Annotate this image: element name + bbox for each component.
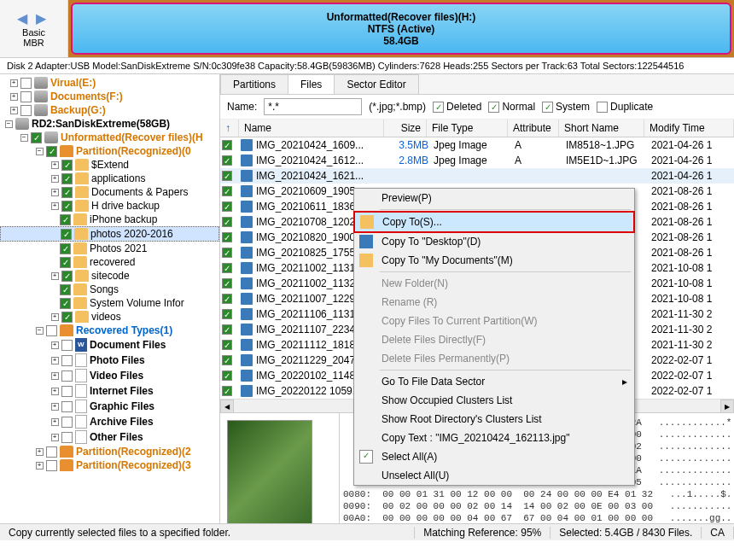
tree-recovered-types[interactable]: Recovered Types(1)	[76, 324, 172, 336]
file-icon	[241, 201, 253, 213]
cm-copy-desktop[interactable]: Copy To "Desktop"(D)	[354, 232, 634, 251]
tree-svi[interactable]: System Volume Infor	[90, 297, 184, 309]
col-attr[interactable]: Attribute	[508, 120, 559, 137]
filter-duplicate[interactable]: Duplicate	[597, 101, 653, 113]
file-header: ↑ Name Size File Type Attribute Short Na…	[220, 120, 734, 137]
col-up-icon[interactable]: ↑	[220, 120, 239, 137]
cm-copy-to[interactable]: Copy To(S)...	[353, 211, 635, 233]
context-menu: Preview(P) Copy To(S)... Copy To "Deskto…	[353, 188, 635, 486]
tree-rt-other[interactable]: Other Files	[90, 431, 143, 443]
file-icon	[241, 277, 253, 289]
col-short[interactable]: Short Name	[559, 120, 644, 137]
cm-rename: Rename (R)	[354, 293, 634, 312]
tree-virtual[interactable]: Virual(E:)	[50, 77, 96, 89]
file-icon	[241, 170, 253, 182]
file-icon	[241, 293, 253, 305]
tree-backup[interactable]: Backup(G:)	[50, 104, 106, 116]
filter-deleted[interactable]: ✓Deleted	[433, 101, 481, 113]
cm-unselect-all[interactable]: Unselect All(U)	[354, 466, 634, 485]
thumbnail-area	[220, 413, 340, 523]
file-icon	[241, 185, 253, 197]
scroll-left-icon[interactable]: ◀	[220, 400, 234, 413]
disk-title: Unformatted(Recover files)(H:)	[327, 11, 476, 23]
file-icon	[241, 354, 253, 366]
status-match: Matching Reference: 95%	[415, 527, 550, 539]
submenu-arrow-icon: ▸	[622, 376, 627, 388]
col-mod[interactable]: Modify Time	[644, 120, 734, 137]
delete-icon	[359, 333, 373, 347]
tree-panel[interactable]: +Virual(E:) +Documents(F:) +Backup(G:) −…	[0, 74, 220, 523]
status-caps: CA	[702, 527, 734, 539]
col-name[interactable]: Name	[239, 120, 384, 137]
tree-iphone[interactable]: iPhone backup	[90, 213, 157, 225]
filter-name-label: Name:	[227, 101, 257, 113]
tree-rd2[interactable]: RD2:SanDiskExtreme(58GB)	[32, 118, 170, 130]
nav-basic-mbr[interactable]: ◀ ▶ BasicMBR	[0, 0, 68, 57]
status-bar: Copy currently selected files to a speci…	[0, 523, 734, 540]
cm-preview[interactable]: Preview(P)	[354, 189, 634, 207]
checkbox-icon: ✓	[359, 450, 373, 464]
file-icon	[241, 385, 253, 397]
tree-h-drive[interactable]: H drive backup	[91, 200, 160, 212]
thumbnail-image	[227, 420, 312, 523]
folder-icon	[359, 254, 373, 267]
cm-del-direct: Delete Files Directly(F)	[354, 330, 634, 349]
filter-normal[interactable]: ✓Normal	[488, 101, 535, 113]
file-icon	[241, 231, 253, 243]
cm-copy-text[interactable]: Copy Text : "IMG_20210424_162113.jpg"	[354, 429, 634, 447]
cm-copy-cur: Copy Files To Current Partition(W)	[354, 312, 634, 330]
tree-rt-internet[interactable]: Internet Files	[90, 385, 154, 397]
scroll-right-icon[interactable]: ▶	[720, 400, 734, 413]
tree-sitecode[interactable]: sitecode	[91, 270, 130, 282]
file-icon	[241, 324, 253, 335]
col-size[interactable]: Size	[384, 120, 427, 137]
tree-rt-doc[interactable]: Document Files	[90, 339, 166, 351]
tree-docs-papers[interactable]: Documents & Papers	[91, 186, 188, 198]
tab-partitions[interactable]: Partitions	[220, 74, 288, 94]
back-icon[interactable]: ◀	[17, 10, 32, 24]
file-row[interactable]: ✓ IMG_20210424_1609... 3.5MB Jpeg Image …	[220, 137, 734, 153]
file-icon	[241, 339, 253, 351]
cm-new-folder: New Folder(N)	[354, 274, 634, 293]
tree-rt-video[interactable]: Video Files	[90, 370, 143, 382]
disk-fs: NTFS (Active)	[368, 23, 435, 35]
tree-recovered[interactable]: recovered	[90, 256, 135, 268]
file-icon	[241, 155, 253, 166]
cm-del-perm: Delete Files Permanently(P)	[354, 349, 634, 368]
tabs: Partitions Files Sector Editor	[220, 74, 734, 95]
tree-videos[interactable]: videos	[91, 311, 121, 323]
col-type[interactable]: File Type	[427, 120, 508, 137]
file-row[interactable]: ✓ IMG_20210424_1621... 2021-04-26 1	[220, 168, 734, 184]
tree-partition-rec2[interactable]: Partition(Recognized)(2	[76, 446, 191, 458]
tab-files[interactable]: Files	[288, 74, 335, 94]
filter-system[interactable]: ✓System	[542, 101, 590, 113]
tree-rt-graphic[interactable]: Graphic Files	[90, 400, 154, 412]
tree-extend[interactable]: $Extend	[91, 159, 129, 171]
file-icon	[241, 262, 253, 274]
tree-photos-2021[interactable]: Photos 2021	[90, 242, 147, 254]
tree-applications[interactable]: applications	[91, 172, 145, 184]
nav-label: BasicMBR	[22, 27, 45, 48]
cm-show-occupied[interactable]: Show Occupied Clusters List	[354, 391, 634, 410]
cm-select-all[interactable]: ✓Select All(A)	[354, 447, 634, 466]
tree-partition-rec3[interactable]: Partition(Recognized)(3	[76, 459, 191, 471]
file-icon	[241, 370, 253, 382]
cm-goto-sector[interactable]: Go To File Data Sector▸	[354, 372, 634, 391]
file-icon	[241, 308, 253, 320]
tree-songs[interactable]: Songs	[90, 283, 119, 295]
delete-icon	[359, 352, 373, 365]
status-hint: Copy currently selected files to a speci…	[0, 527, 415, 539]
tree-documents[interactable]: Documents(F:)	[50, 90, 123, 102]
tree-photos-2020[interactable]: photos 2020-2016	[90, 228, 173, 240]
cm-copy-docs[interactable]: Copy To "My Documents"(M)	[354, 251, 634, 270]
disk-bar[interactable]: Unformatted(Recover files)(H:) NTFS (Act…	[68, 0, 734, 57]
tree-rt-photo[interactable]: Photo Files	[90, 354, 145, 366]
tree-partition-rec[interactable]: Partition(Recognized)(0	[76, 145, 191, 157]
cm-show-root[interactable]: Show Root Directory's Clusters List	[354, 410, 634, 429]
file-row[interactable]: ✓ IMG_20210424_1612... 2.8MB Jpeg Image …	[220, 153, 734, 168]
tree-rt-archive[interactable]: Archive Files	[90, 416, 154, 428]
forward-icon[interactable]: ▶	[36, 10, 51, 24]
filter-name-input[interactable]	[264, 98, 362, 115]
tab-sector-editor[interactable]: Sector Editor	[334, 74, 418, 94]
tree-unformatted[interactable]: Unformatted(Recover files)(H	[61, 131, 203, 143]
